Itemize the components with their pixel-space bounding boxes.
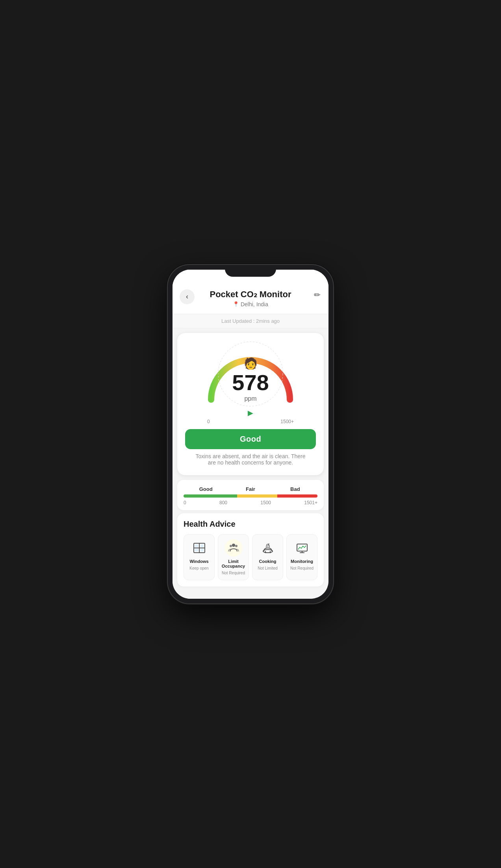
svg-rect-5 bbox=[200, 544, 204, 547]
scale-num-1500: 1500 bbox=[260, 500, 271, 505]
svg-point-9 bbox=[230, 545, 232, 547]
cooking-icon bbox=[259, 539, 276, 557]
scale-numbers: 0 800 1500 1501+ bbox=[184, 500, 317, 505]
windows-icon bbox=[191, 539, 208, 557]
cooking-status: Not Limited bbox=[258, 566, 278, 570]
app-title: Pocket CO₂ Monitor bbox=[180, 289, 321, 300]
scale-label-fair: Fair bbox=[228, 486, 273, 492]
gauge-center: 🧑 578 ppm bbox=[199, 342, 302, 405]
person-icon: 🧑 bbox=[244, 357, 258, 370]
gauge-unit: ppm bbox=[244, 395, 256, 402]
health-section: Health Advice bbox=[177, 513, 324, 587]
scale-label-good: Good bbox=[184, 486, 228, 492]
svg-point-10 bbox=[235, 545, 238, 547]
advice-card-monitoring: Monitoring Not Required bbox=[286, 534, 317, 580]
advice-grid: Windows Keep open bbox=[184, 534, 317, 580]
edit-icon: ✏ bbox=[314, 291, 321, 299]
scale-num-800: 800 bbox=[219, 500, 227, 505]
location-text: Delhi, India bbox=[241, 301, 268, 307]
advice-card-cooking: Cooking Not Limited bbox=[252, 534, 283, 580]
scale-num-0: 0 bbox=[184, 500, 186, 505]
windows-status: Keep open bbox=[189, 566, 208, 570]
advice-card-windows: Windows Keep open bbox=[184, 534, 215, 580]
gauge-card: 🧑 578 ppm ▶ 0 1500+ Good Toxins are abse… bbox=[177, 333, 324, 475]
scale-num-1501: 1501+ bbox=[304, 500, 317, 505]
monitoring-status: Not Required bbox=[290, 566, 314, 570]
scale-label-bad: Bad bbox=[273, 486, 317, 492]
cooking-name: Cooking bbox=[259, 559, 276, 564]
windows-name: Windows bbox=[189, 559, 208, 564]
screen-content: ‹ Pocket CO₂ Monitor 📍 Delhi, India ✏ La… bbox=[173, 270, 328, 599]
location-icon: 📍 bbox=[233, 301, 239, 307]
advice-card-occupancy: Limit Occupancy Not Required bbox=[218, 534, 249, 580]
back-icon: ‹ bbox=[186, 292, 188, 301]
edit-button[interactable]: ✏ bbox=[314, 290, 321, 300]
occupancy-name: Limit Occupancy bbox=[221, 559, 246, 568]
occupancy-status: Not Required bbox=[222, 571, 245, 575]
health-title: Health Advice bbox=[184, 520, 317, 529]
scale-card: Good Fair Bad 0 800 1500 1501+ bbox=[177, 480, 324, 510]
scale-labels-top: Good Fair Bad bbox=[184, 486, 317, 492]
status-button[interactable]: Good bbox=[185, 429, 316, 449]
scale-bar bbox=[184, 494, 317, 498]
svg-rect-6 bbox=[195, 549, 198, 552]
phone-shell: ‹ Pocket CO₂ Monitor 📍 Delhi, India ✏ La… bbox=[168, 265, 333, 603]
svg-rect-7 bbox=[200, 549, 204, 552]
svg-rect-4 bbox=[195, 544, 198, 547]
back-button[interactable]: ‹ bbox=[180, 289, 195, 304]
gauge-value: 578 bbox=[232, 372, 269, 394]
monitoring-name: Monitoring bbox=[291, 559, 313, 564]
phone-notch bbox=[225, 265, 276, 277]
svg-point-11 bbox=[263, 550, 273, 553]
occupancy-icon bbox=[225, 539, 242, 557]
description-text: Toxins are absent, and the air is clean.… bbox=[185, 449, 316, 467]
gauge-container: 🧑 578 ppm bbox=[199, 342, 302, 405]
svg-point-8 bbox=[232, 544, 235, 547]
monitoring-icon bbox=[293, 539, 311, 557]
phone-screen: ‹ Pocket CO₂ Monitor 📍 Delhi, India ✏ La… bbox=[173, 270, 328, 599]
app-location: 📍 Delhi, India bbox=[180, 301, 321, 307]
